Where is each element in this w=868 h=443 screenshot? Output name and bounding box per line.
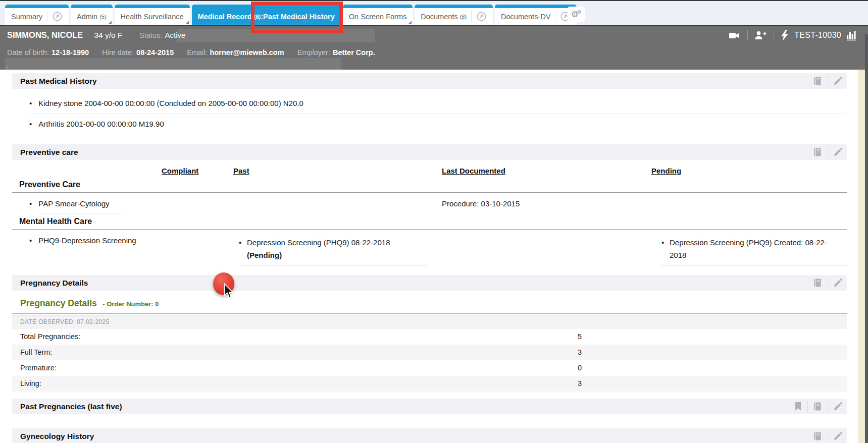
pencil-icon[interactable] bbox=[833, 147, 843, 157]
patient-name: SIMMONS, NICOLE bbox=[7, 30, 83, 40]
tab-label: On Screen Forms bbox=[349, 13, 406, 21]
divider bbox=[828, 147, 828, 158]
section-header-past-pregnancies[interactable]: Past Pregnancies (last five) bbox=[12, 399, 847, 414]
mouse-cursor-icon bbox=[224, 283, 236, 302]
tab-bar: Summary Admin (5) Health Surveillance Me… bbox=[0, 0, 868, 25]
section-header-past-medical-history[interactable]: Past Medical History bbox=[12, 73, 847, 89]
pmh-list: •Kidney stone 2004-00-00 00:00:00 (Concl… bbox=[29, 93, 845, 134]
divider bbox=[828, 76, 828, 87]
tab-label: Health Surveillance bbox=[121, 13, 184, 21]
column-header-past: Past bbox=[233, 167, 249, 175]
tab-label: Documents-DV bbox=[501, 13, 550, 21]
section-title: Preventive care bbox=[20, 148, 813, 157]
scrollbar-track[interactable] bbox=[858, 70, 865, 443]
patient-header-actions: TEST-10030 bbox=[729, 30, 856, 41]
column-header-compliant: Compliant bbox=[162, 167, 198, 175]
pmh-item: •Arthritis 2001-00-00 00:00:00 M19.90 bbox=[29, 114, 845, 134]
pregnancy-row: Living: 3 bbox=[12, 376, 847, 392]
pencil-icon[interactable] bbox=[833, 431, 843, 441]
divider bbox=[774, 30, 774, 40]
book-icon[interactable] bbox=[813, 278, 823, 288]
order-number: - Order Number: 0 bbox=[103, 300, 159, 308]
tab-label: Documents bbox=[421, 13, 457, 21]
book-icon[interactable] bbox=[813, 402, 823, 411]
patient-details-row: Date of birth:12-18-1990 Hire date:08-24… bbox=[7, 48, 375, 57]
tab-on-screen-forms[interactable]: On Screen Forms bbox=[343, 5, 413, 25]
open-new-window-icon[interactable] bbox=[47, 11, 63, 22]
last-documented-value: Procedure: 03-10-2015 bbox=[442, 199, 520, 208]
pending-cell: •Depression Screening (PHQ9) Created: 08… bbox=[661, 236, 847, 266]
preventive-care-table: Compliant Past Last Documented Pending P… bbox=[12, 160, 847, 274]
group-label: Preventive Care bbox=[12, 179, 847, 193]
pencil-icon[interactable] bbox=[833, 278, 843, 288]
field-dob: Date of birth:12-18-1990 bbox=[7, 48, 89, 57]
open-new-window-icon[interactable] bbox=[471, 11, 487, 22]
chart-content: Past Medical History •Kidney stone 2004-… bbox=[0, 70, 858, 443]
chart-id[interactable]: TEST-10030 bbox=[794, 31, 841, 40]
tab-count: (8) bbox=[460, 14, 467, 20]
book-icon[interactable] bbox=[813, 431, 823, 441]
field-employer: Employer:Better Corp. bbox=[297, 48, 375, 57]
divider bbox=[828, 431, 828, 442]
divider bbox=[828, 401, 828, 412]
care-item: PHQ9-Depression Screening bbox=[38, 236, 150, 250]
stray-dot: . bbox=[6, 62, 8, 69]
divider bbox=[747, 30, 748, 40]
section-title: Past Medical History bbox=[20, 77, 813, 86]
lightning-bolt-icon[interactable] bbox=[781, 30, 788, 41]
group-label: Mental Health Care bbox=[12, 216, 847, 230]
patient-age-sex: 34 y/o F bbox=[94, 31, 122, 40]
table-row: •PHQ9-Depression Screening •Depression S… bbox=[12, 230, 847, 274]
pregnancy-value: 0 bbox=[578, 360, 582, 376]
tab-count: (5) bbox=[99, 14, 106, 20]
pending-flag: (Pending) bbox=[239, 249, 427, 261]
section-title: Past Pregnancies (last five) bbox=[20, 402, 794, 411]
bookmark-icon[interactable] bbox=[794, 402, 802, 411]
status-value: Active bbox=[165, 31, 185, 39]
highlight-box bbox=[5, 58, 341, 70]
column-header-pending: Pending bbox=[651, 167, 681, 175]
tab-health-surveillance[interactable]: Health Surveillance bbox=[115, 5, 190, 25]
pregnancy-row: Total Pregnancies: 5 bbox=[12, 329, 847, 345]
tab-admin[interactable]: Admin (5) bbox=[71, 5, 113, 25]
pregnancy-row: Premature: 0 bbox=[12, 360, 847, 376]
settings-gears-button[interactable]: ⚙ ⚙ bbox=[568, 7, 585, 22]
tab-label: Admin bbox=[77, 13, 97, 21]
pmh-item: •Kidney stone 2004-00-00 00:00:00 (Concl… bbox=[29, 93, 845, 114]
tab-label: Summary bbox=[11, 13, 42, 21]
divider bbox=[828, 278, 828, 289]
tab-documents-dv[interactable]: Documents-DV bbox=[495, 5, 577, 25]
tab-summary[interactable]: Summary bbox=[5, 5, 69, 25]
past-cell: •Depression Screening (PHQ9) 08-22-2018 … bbox=[239, 236, 427, 266]
column-header-last-documented: Last Documented bbox=[442, 167, 505, 175]
bar-chart-icon[interactable] bbox=[846, 30, 856, 41]
pregnancy-row: Full Term: 3 bbox=[12, 345, 847, 360]
section-header-preventive-care[interactable]: Preventive care bbox=[12, 144, 847, 160]
patient-summary-row: SIMMONS, NICOLE 34 y/o F Status: Active bbox=[7, 30, 185, 40]
divider bbox=[807, 401, 808, 412]
pregnancy-value: 5 bbox=[578, 329, 582, 345]
pregnancy-subheader: Pregnancy Details - Order Number: 0 bbox=[12, 291, 847, 313]
gear-icon-small: ⚙ bbox=[577, 10, 582, 15]
scrollbar-thumb[interactable] bbox=[865, 34, 868, 443]
pencil-icon[interactable] bbox=[833, 402, 843, 411]
person-add-icon[interactable] bbox=[755, 31, 767, 40]
video-camera-icon[interactable] bbox=[729, 32, 740, 39]
section-title: Gynecology History bbox=[20, 432, 813, 441]
book-icon[interactable] bbox=[813, 76, 823, 86]
date-observed-row: DATE OBSERVED: 07-02-2025 bbox=[12, 315, 847, 329]
pencil-icon[interactable] bbox=[833, 76, 843, 86]
book-icon[interactable] bbox=[813, 147, 823, 157]
pregnancy-value: 3 bbox=[578, 376, 582, 392]
field-hire-date: Hire date:08-24-2015 bbox=[102, 48, 174, 57]
care-item: PAP Smear-Cytology bbox=[38, 199, 123, 213]
field-email: Email:horner@mieweb.com bbox=[187, 48, 284, 57]
table-row: •PAP Smear-Cytology Procedure: 03-10-201… bbox=[12, 193, 847, 216]
section-header-gynecology-history[interactable]: Gynecology History bbox=[12, 428, 847, 443]
preventive-care-columns: Compliant Past Last Documented Pending bbox=[12, 160, 847, 179]
tab-documents[interactable]: Documents (8) bbox=[415, 5, 493, 25]
patient-header: SIMMONS, NICOLE 34 y/o F Status: Active … bbox=[0, 25, 868, 70]
pregnancy-value: 3 bbox=[578, 345, 582, 360]
section-header-pregnancy-details[interactable]: Pregnancy Details bbox=[12, 275, 847, 291]
tab-label: Medical Record bbox=[198, 13, 252, 21]
